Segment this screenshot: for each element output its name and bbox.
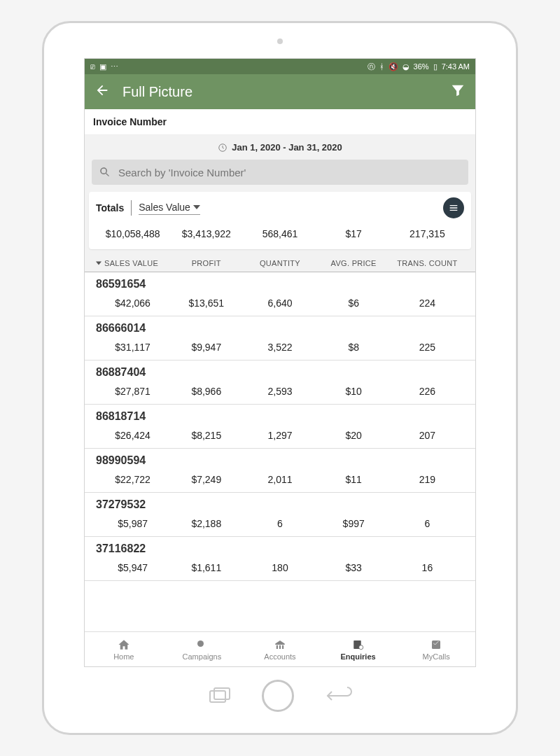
camera-icon: ▣ (99, 62, 106, 71)
row-sales-value: $5,947 (96, 562, 169, 573)
col-avg-price[interactable]: AVG. PRICE (317, 259, 391, 267)
row-avg-price: $6 (317, 298, 391, 309)
row-trans-count: 6 (391, 518, 464, 529)
tab-accounts[interactable]: Accounts (241, 632, 319, 666)
hardware-buttons (206, 680, 354, 712)
row-id: 86887404 (96, 366, 464, 379)
row-avg-price: $11 (317, 474, 391, 485)
col-sales-value[interactable]: SALES VALUE (96, 259, 169, 267)
search-input[interactable] (118, 167, 461, 178)
search-input-wrapper[interactable] (92, 160, 468, 185)
home-button[interactable] (262, 680, 294, 712)
tab-home[interactable]: Home (85, 632, 163, 666)
table-row[interactable]: 37279532$5,987$2,1886$9976 (85, 493, 475, 537)
table-row[interactable]: 98990594$22,722$7,2492,011$11219 (85, 449, 475, 493)
totals-card: Totals Sales Value $10,058,488 $3,413,92… (89, 192, 471, 249)
bluetooth-icon: ᚼ (379, 62, 384, 71)
row-id: 98990594 (96, 454, 464, 467)
row-trans-count: 207 (391, 430, 464, 441)
row-profit: $9,947 (169, 342, 243, 353)
row-quantity: 2,593 (243, 386, 316, 397)
back-icon[interactable] (94, 83, 110, 101)
row-id: 86666014 (96, 322, 464, 335)
camera-dot (277, 38, 283, 44)
tab-mycalls[interactable]: MyCalls (397, 632, 475, 666)
row-avg-price: $20 (317, 430, 391, 441)
hamburger-icon (448, 202, 459, 214)
accounts-icon (274, 638, 286, 651)
home-icon (118, 638, 130, 651)
row-profit: $13,651 (169, 298, 243, 309)
totals-profit: $3,413,922 (169, 228, 243, 239)
tab-campaigns[interactable]: Campaigns (163, 632, 241, 666)
device-screen: ⎚ ▣ ⋯ ⓝ ᚼ 🔇 ◒ 36% ▯ 7:43 AM Full Picture (84, 58, 476, 667)
totals-quantity: 568,461 (243, 228, 316, 239)
row-trans-count: 224 (391, 298, 464, 309)
filter-icon[interactable] (450, 83, 465, 101)
clock-icon (218, 143, 227, 153)
row-quantity: 180 (243, 562, 316, 573)
section-label: Invoice Number (85, 109, 475, 135)
row-trans-count: 16 (391, 562, 464, 573)
totals-avg-price: $17 (317, 228, 391, 239)
clock-label: 7:43 AM (442, 62, 470, 71)
date-range[interactable]: Jan 1, 2020 - Jan 31, 2020 (85, 135, 475, 160)
tab-campaigns-label: Campaigns (183, 652, 222, 661)
battery-label: 36% (414, 62, 429, 71)
row-quantity: 3,522 (243, 342, 316, 353)
sort-dropdown-value: Sales Value (139, 202, 190, 213)
row-sales-value: $26,424 (96, 430, 169, 441)
row-quantity: 6 (243, 518, 316, 529)
date-range-label: Jan 1, 2020 - Jan 31, 2020 (232, 142, 342, 153)
row-profit: $2,188 (169, 518, 243, 529)
more-icon: ⋯ (111, 62, 118, 71)
sort-dropdown[interactable]: Sales Value (139, 202, 200, 215)
row-profit: $1,611 (169, 562, 243, 573)
totals-sales-value: $10,058,488 (96, 228, 169, 239)
row-quantity: 6,640 (243, 298, 316, 309)
sort-desc-icon (96, 260, 102, 266)
appbar-title: Full Picture (122, 84, 438, 100)
data-list[interactable]: 86591654$42,066$13,6516,640$622486666014… (85, 272, 475, 631)
svg-rect-5 (210, 691, 225, 702)
svg-point-3 (358, 645, 363, 649)
bottom-nav: Home Campaigns Accounts Enquiries MyCall… (85, 631, 475, 666)
tab-enquiries[interactable]: Enquiries (319, 632, 398, 666)
wifi-icon: ◒ (402, 62, 410, 71)
row-quantity: 1,297 (243, 430, 316, 441)
row-trans-count: 225 (391, 342, 464, 353)
row-sales-value: $22,722 (96, 474, 169, 485)
row-sales-value: $5,987 (96, 518, 169, 529)
table-row[interactable]: 86666014$31,117$9,9473,522$8225 (85, 316, 475, 360)
back-button[interactable] (322, 685, 354, 706)
mute-icon: 🔇 (388, 62, 398, 71)
col-trans-count[interactable]: TRANS. COUNT (391, 259, 464, 267)
row-trans-count: 219 (391, 474, 464, 485)
column-headers: SALES VALUE PROFIT QUANTITY AVG. PRICE T… (85, 255, 475, 272)
row-trans-count: 226 (391, 386, 464, 397)
svg-rect-6 (214, 688, 230, 699)
tab-mycalls-label: MyCalls (423, 652, 450, 661)
nfc-icon: ⓝ (368, 62, 375, 72)
tablet-frame: ⎚ ▣ ⋯ ⓝ ᚼ 🔇 ◒ 36% ▯ 7:43 AM Full Picture (42, 21, 518, 735)
cast-icon: ⎚ (90, 62, 95, 71)
menu-button[interactable] (443, 197, 464, 218)
row-avg-price: $997 (317, 518, 391, 529)
row-profit: $7,249 (169, 474, 243, 485)
recent-apps-button[interactable] (206, 685, 234, 706)
table-row[interactable]: 86591654$42,066$13,6516,640$6224 (85, 272, 475, 316)
table-row[interactable]: 37116822$5,947$1,611180$3316 (85, 537, 475, 581)
android-statusbar: ⎚ ▣ ⋯ ⓝ ᚼ 🔇 ◒ 36% ▯ 7:43 AM (85, 59, 475, 74)
table-row[interactable]: 86818714$26,424$8,2151,297$20207 (85, 405, 475, 449)
row-sales-value: $27,871 (96, 386, 169, 397)
enquiries-icon (352, 638, 365, 651)
table-row[interactable]: 86887404$27,871$8,9662,593$10226 (85, 360, 475, 405)
row-avg-price: $33 (317, 562, 391, 573)
row-profit: $8,215 (169, 430, 243, 441)
row-profit: $8,966 (169, 386, 243, 397)
divider (131, 200, 132, 216)
col-profit[interactable]: PROFIT (169, 259, 243, 267)
row-sales-value: $31,117 (96, 342, 169, 353)
row-sales-value: $42,066 (96, 298, 169, 309)
col-quantity[interactable]: QUANTITY (243, 259, 316, 267)
